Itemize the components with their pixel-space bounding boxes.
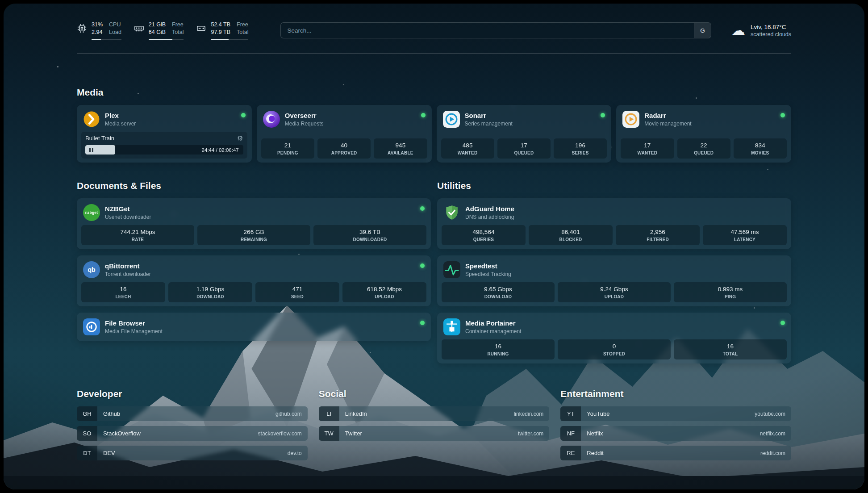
bookmark-youtube[interactable]: YT YouTube youtube.com	[560, 406, 791, 421]
section-title-social: Social	[319, 389, 550, 399]
adguard-card-header: AdGuard Home DNS and adblocking	[442, 202, 787, 225]
overseerr-subtitle: Media Requests	[285, 121, 416, 127]
dashboard-screen: 31% 2.94 CPU Load	[4, 4, 864, 489]
stat-block: 47.569 ms LATENCY	[703, 225, 787, 245]
stat-label: STOPPED	[559, 351, 669, 356]
overseerr-stats: 21 PENDING 40 APPROVED 945 AVAILABLE	[261, 138, 427, 159]
memory-progress-fill	[149, 39, 172, 40]
stat-value: 17	[622, 142, 672, 149]
portainer-subtitle: Container management	[465, 328, 776, 334]
plex-icon	[83, 111, 100, 128]
stat-value: 17	[499, 142, 549, 149]
overseerr-name: Overseerr	[285, 112, 416, 119]
disk-free-value: 52.4 TB	[211, 21, 230, 29]
now-playing-title: Bullet Train	[85, 135, 114, 142]
sonarr-icon	[443, 111, 460, 128]
stat-label: PING	[676, 294, 785, 299]
service-card-sonarr[interactable]: Sonarr Series management 485 WANTED 17 Q…	[437, 105, 612, 163]
playback-progress-bar[interactable]: 24:44 / 02:06:47	[85, 145, 243, 155]
stat-value: 945	[376, 142, 425, 149]
topbar: 31% 2.94 CPU Load	[77, 19, 791, 42]
stat-label: RATE	[83, 237, 192, 242]
cpu-usage-value: 31%	[92, 21, 103, 29]
bookmark-name: Twitter	[339, 430, 518, 437]
bookmark-name: DEV	[97, 450, 288, 456]
bookmark-stackoverflow[interactable]: SO StackOverflow stackoverflow.com	[77, 426, 308, 441]
bookmark-dev[interactable]: DT DEV dev.to	[77, 446, 308, 460]
stat-block: 485 WANTED	[441, 138, 494, 159]
radarr-subtitle: Movie management	[644, 121, 776, 127]
service-card-adguard[interactable]: AdGuard Home DNS and adblocking 498,564 …	[437, 198, 791, 249]
radarr-stats: 17 WANTED 22 QUEUED 834 MOVIES	[621, 138, 787, 159]
bookmark-abbr: YT	[560, 406, 581, 421]
section-title-entertainment: Entertainment	[560, 389, 791, 399]
search-input[interactable]	[281, 23, 694, 38]
stat-value: 16	[676, 343, 785, 350]
speedtest-subtitle: Speedtest Tracking	[465, 271, 785, 277]
stat-block: 945 AVAILABLE	[374, 138, 427, 159]
bookmarks-area: Developer GH Github github.com SO StackO…	[77, 389, 791, 465]
stat-block: 17 WANTED	[621, 138, 674, 159]
gear-icon[interactable]: ⚙	[237, 135, 243, 142]
filebrowser-card-header: File Browser Media File Management	[81, 317, 426, 337]
bookmark-twitter[interactable]: TW Twitter twitter.com	[319, 426, 550, 441]
bookmark-linkedin[interactable]: LI LinkedIn linkedin.com	[319, 406, 550, 421]
sonarr-card-header: Sonarr Series management	[441, 109, 607, 132]
bookmark-github[interactable]: GH Github github.com	[77, 406, 308, 421]
adguard-name: AdGuard Home	[465, 205, 785, 213]
stat-label: QUEUED	[679, 150, 729, 155]
two-column-area: Documents & Files nzbget NZBGet Usenet d…	[77, 180, 791, 363]
qbittorrent-stats: 16 LEECH 1.19 Gbps DOWNLOAD 471 SEED 6	[81, 282, 426, 302]
bookmark-url: netflix.com	[760, 430, 791, 437]
qbittorrent-card-header: qb qBittorrent Torrent downloader	[81, 259, 426, 282]
search-provider-button[interactable]: G	[694, 23, 711, 38]
stat-block: 618.52 Mbps UPLOAD	[342, 282, 426, 302]
stat-block: 498,564 QUERIES	[442, 225, 526, 245]
stat-label: WANTED	[443, 150, 492, 155]
bookmark-name: Reddit	[581, 450, 760, 456]
page-content: 31% 2.94 CPU Load	[4, 19, 864, 465]
bookmark-url: stackoverflow.com	[258, 430, 308, 437]
nzbget-name: NZBGet	[105, 205, 415, 213]
bookmark-reddit[interactable]: RE Reddit reddit.com	[560, 446, 791, 460]
disk-total-value: 97.9 TB	[211, 29, 230, 37]
service-card-nzbget[interactable]: nzbget NZBGet Usenet downloader 744.21 M…	[77, 198, 431, 249]
speedtest-card-header: Speedtest Speedtest Tracking	[442, 259, 787, 282]
speedtest-icon	[443, 261, 460, 278]
service-card-portainer[interactable]: Media Portainer Container management 16 …	[437, 313, 791, 363]
filebrowser-subtitle: Media File Management	[105, 328, 415, 334]
weather-widget: ☁ Lviv, 16.87°C scattered clouds	[731, 23, 791, 38]
playback-time: 24:44 / 02:06:47	[202, 147, 239, 153]
bookmark-netflix[interactable]: NF Netflix netflix.com	[560, 426, 791, 441]
sonarr-name: Sonarr	[465, 112, 596, 119]
plex-now-playing: Bullet Train ⚙ 24:44 / 02:06:47	[81, 132, 247, 159]
pause-icon[interactable]	[89, 148, 93, 152]
service-card-overseerr[interactable]: Overseerr Media Requests 21 PENDING 40 A…	[257, 105, 432, 163]
qbittorrent-icon: qb	[83, 261, 100, 278]
radarr-name: Radarr	[644, 112, 776, 119]
stat-label: SERIES	[555, 150, 605, 155]
stat-value: 9.24 Gbps	[559, 286, 669, 292]
stat-value: 21	[263, 142, 313, 149]
stat-value: 9.65 Gbps	[443, 286, 553, 292]
stat-label: TOTAL	[676, 351, 785, 356]
service-card-speedtest[interactable]: Speedtest Speedtest Tracking 9.65 Gbps D…	[437, 255, 791, 306]
service-card-radarr[interactable]: Radarr Movie management 17 WANTED 22 QUE…	[616, 105, 791, 163]
adguard-subtitle: DNS and adblocking	[465, 214, 785, 220]
stat-label: SEED	[257, 294, 338, 299]
service-card-filebrowser[interactable]: File Browser Media File Management	[77, 313, 431, 341]
stat-value: 47.569 ms	[705, 229, 785, 235]
overseerr-card-header: Overseerr Media Requests	[261, 109, 427, 132]
stat-block: 834 MOVIES	[734, 138, 787, 159]
stat-block: 40 APPROVED	[317, 138, 371, 159]
service-card-plex[interactable]: Plex Media server Bullet Train ⚙ 24:44 /…	[77, 105, 252, 163]
stat-value: 0	[559, 343, 669, 350]
nzbget-stats: 744.21 Mbps RATE 266 GB REMAINING 39.6 T…	[81, 225, 426, 245]
service-card-qbittorrent[interactable]: qb qBittorrent Torrent downloader 16 LEE…	[77, 255, 431, 306]
portainer-card-header: Media Portainer Container management	[442, 317, 787, 339]
disk-icon	[196, 23, 206, 33]
portainer-name: Media Portainer	[465, 319, 776, 327]
bookmark-url: twitter.com	[518, 430, 549, 437]
stat-block: 2,956 FILTERED	[616, 225, 700, 245]
plex-name: Plex	[105, 112, 236, 119]
